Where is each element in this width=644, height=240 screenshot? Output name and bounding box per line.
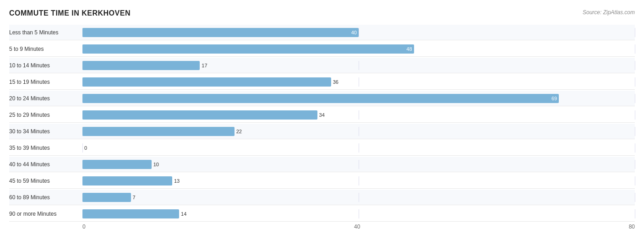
bar — [82, 193, 131, 202]
bar-row: 20 to 24 Minutes69 — [9, 91, 635, 106]
bar-label: 5 to 9 Minutes — [9, 46, 82, 52]
chart-source: Source: ZipAtlas.com — [583, 9, 635, 16]
chart-title: COMMUTE TIME IN KERKHOVEN — [9, 9, 131, 17]
bar-value-label: 0 — [84, 145, 87, 151]
bar-row: Less than 5 Minutes40 — [9, 25, 635, 40]
bar-value-label: 14 — [181, 211, 186, 217]
chart-header: COMMUTE TIME IN KERKHOVEN Source: ZipAtl… — [9, 9, 635, 17]
bar-area: 36 — [82, 77, 635, 87]
x-axis: 04080 — [9, 224, 635, 230]
bar-row: 25 to 29 Minutes34 — [9, 107, 635, 123]
bar-value-label: 40 — [351, 30, 357, 35]
bar-area: 14 — [82, 209, 635, 218]
bar-row: 90 or more Minutes14 — [9, 206, 635, 222]
bar — [82, 110, 317, 120]
bar-area: 34 — [82, 110, 635, 120]
x-axis-label: 0 — [82, 224, 86, 230]
bar — [82, 77, 331, 87]
bar — [82, 176, 172, 185]
bar-label: 60 to 89 Minutes — [9, 194, 82, 201]
bar — [82, 61, 200, 70]
bar-value-label: 34 — [319, 112, 325, 118]
bar-area: 7 — [82, 193, 635, 202]
bar-area: 22 — [82, 127, 635, 136]
bar-value-label: 17 — [202, 63, 207, 68]
bar-row: 10 to 14 Minutes17 — [9, 58, 635, 73]
bar-value-label: 10 — [153, 162, 159, 167]
bar-value-label: 69 — [551, 96, 557, 101]
chart-body: Less than 5 Minutes405 to 9 Minutes4810 … — [9, 25, 635, 222]
bar-row: 15 to 19 Minutes36 — [9, 74, 635, 90]
bar — [82, 160, 152, 169]
bar-label: 40 to 44 Minutes — [9, 161, 82, 168]
bar-value-label: 36 — [333, 79, 338, 85]
bar-label: 10 to 14 Minutes — [9, 62, 82, 69]
bar-area: 40 — [82, 28, 635, 37]
bar-label: 45 to 59 Minutes — [9, 178, 82, 184]
bar-row: 40 to 44 Minutes10 — [9, 157, 635, 172]
x-axis-label: 80 — [629, 224, 635, 230]
bar-label: 20 to 24 Minutes — [9, 95, 82, 102]
bar-value-label: 22 — [236, 129, 242, 134]
bar: 48 — [82, 44, 414, 54]
bar-row: 35 to 39 Minutes0 — [9, 140, 635, 156]
bar-label: 15 to 19 Minutes — [9, 79, 82, 85]
bar-row: 5 to 9 Minutes48 — [9, 41, 635, 57]
bar-area: 13 — [82, 176, 635, 185]
bar-area: 10 — [82, 160, 635, 169]
bar-area: 0 — [82, 143, 635, 153]
x-axis-label: 40 — [354, 224, 360, 230]
bar-row: 30 to 34 Minutes22 — [9, 124, 635, 139]
bar-row: 60 to 89 Minutes7 — [9, 190, 635, 205]
bar — [82, 209, 179, 218]
bar-area: 69 — [82, 94, 635, 103]
bar-label: 90 or more Minutes — [9, 211, 82, 217]
bar-area: 48 — [82, 44, 635, 54]
bar-label: 25 to 29 Minutes — [9, 112, 82, 118]
bar-label: 35 to 39 Minutes — [9, 145, 82, 151]
x-axis-labels: 04080 — [82, 224, 635, 230]
chart-container: COMMUTE TIME IN KERKHOVEN Source: ZipAtl… — [9, 9, 635, 230]
bar: 69 — [82, 94, 559, 103]
bar-value-label: 48 — [406, 46, 412, 52]
bar-value-label: 13 — [174, 178, 180, 184]
bar-value-label: 7 — [133, 195, 136, 200]
bar — [82, 127, 235, 136]
bar-row: 45 to 59 Minutes13 — [9, 173, 635, 189]
bar-area: 17 — [82, 61, 635, 70]
bar: 40 — [82, 28, 359, 37]
bar-label: 30 to 34 Minutes — [9, 128, 82, 135]
bar-label: Less than 5 Minutes — [9, 29, 82, 36]
